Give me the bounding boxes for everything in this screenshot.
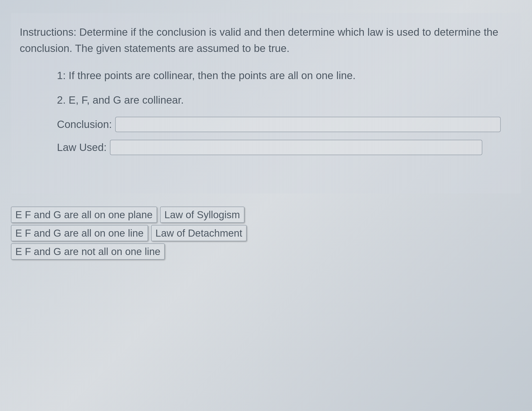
law-used-row: Law Used: [57,140,512,155]
statement-1: 1: If three points are collinear, then t… [57,68,512,84]
option-efg-one-line[interactable]: E F and G are all on one line [11,225,148,241]
option-efg-not-one-line[interactable]: E F and G are not all on one line [11,243,165,260]
statement-2: 2. E, F, and G are collinear. [57,92,512,108]
conclusion-input[interactable] [115,117,501,132]
conclusion-label: Conclusion: [57,118,112,130]
conclusion-row: Conclusion: [57,117,512,132]
law-used-input[interactable] [110,140,482,155]
option-law-detachment[interactable]: Law of Detachment [151,225,247,241]
option-law-syllogism[interactable]: Law of Syllogism [160,207,244,223]
instructions-text: Instructions: Determine if the conclusio… [20,24,512,57]
options-row-3: E F and G are not all on one line [11,243,165,260]
options-row-1: E F and G are all on one plane Law of Sy… [11,207,244,223]
statements-block: 1: If three points are collinear, then t… [20,68,512,155]
options-row-2: E F and G are all on one line Law of Det… [11,225,247,241]
options-area: E F and G are all on one plane Law of Sy… [11,207,521,260]
question-content: Instructions: Determine if the conclusio… [11,13,521,193]
law-used-label: Law Used: [57,141,107,153]
option-efg-one-plane[interactable]: E F and G are all on one plane [11,207,157,223]
